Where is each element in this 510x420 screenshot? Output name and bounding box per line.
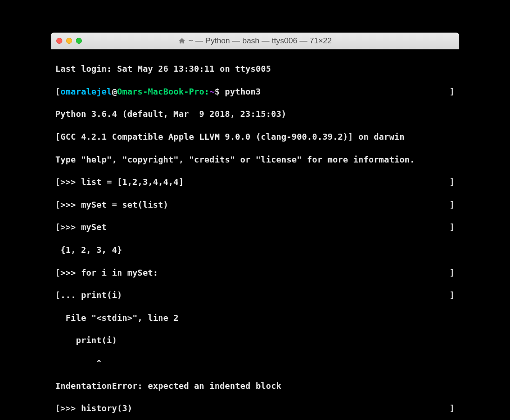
terminal-window: ~ — Python — bash — ttys006 — 71×22 Last… [51,33,459,420]
repl-text-6: ... print(i) [60,290,122,300]
prompt-command: python3 [225,87,261,96]
prompt-dollar: $ [215,87,225,96]
indentation-error: IndentationError: expected an indented b… [55,380,455,392]
window-title-text: ~ — Python — bash — ttys006 — 71×22 [188,36,332,46]
maximize-button[interactable] [76,38,82,44]
prompt-path: ~ [209,87,215,96]
bracket-close: ] [450,86,455,97]
repl-line-11: [>>> history(3)] [55,403,455,414]
repl-text-11: >>> history(3) [60,403,133,413]
traceback-caret: ^ [55,358,455,369]
repl-line-1: [>>> list = [1,2,3,4,4,4]] [55,176,455,188]
repl-text-5: >>> for i in mySet: [60,268,158,278]
repl-text-1: >>> list = [1,2,3,4,4,4] [60,177,184,187]
terminal-body[interactable]: Last login: Sat May 26 13:30:11 on ttys0… [51,49,459,420]
repl-text-3: >>> mySet [60,222,107,232]
home-icon [178,37,186,45]
traffic-lights [56,38,82,44]
prompt-at: @ [112,87,117,96]
python-header-1: Python 3.6.4 (default, Mar 9 2018, 23:15… [55,108,455,120]
last-login-line: Last login: Sat May 26 13:30:11 on ttys0… [55,63,455,75]
shell-prompt-line: [omaralejel@Omars-MacBook-Pro:~$ python3… [55,86,455,97]
window-title: ~ — Python — bash — ttys006 — 71×22 [51,36,459,46]
title-bar[interactable]: ~ — Python — bash — ttys006 — 71×22 [51,33,459,49]
bracket-open: [ [55,87,60,96]
python-header-2: [GCC 4.2.1 Compatible Apple LLVM 9.0.0 (… [55,131,455,142]
traceback-code: print(i) [55,335,455,346]
repl-text-2: >>> mySet = set(list) [60,200,168,210]
prompt-user: omaralejel [60,87,112,96]
repl-output-set: {1, 2, 3, 4} [55,244,455,256]
traceback-file: File "<stdin>", line 2 [55,312,455,324]
python-header-3: Type "help", "copyright", "credits" or "… [55,154,455,165]
repl-line-5: [>>> for i in mySet:] [55,267,455,278]
repl-line-3: [>>> mySet] [55,222,455,233]
repl-line-2: [>>> mySet = set(list)] [55,199,455,210]
prompt-colon: : [204,87,209,96]
repl-line-6: [... print(i)] [55,290,455,301]
close-button[interactable] [56,38,62,44]
prompt-host: Omars-MacBook-Pro [117,87,204,96]
minimize-button[interactable] [66,38,72,44]
